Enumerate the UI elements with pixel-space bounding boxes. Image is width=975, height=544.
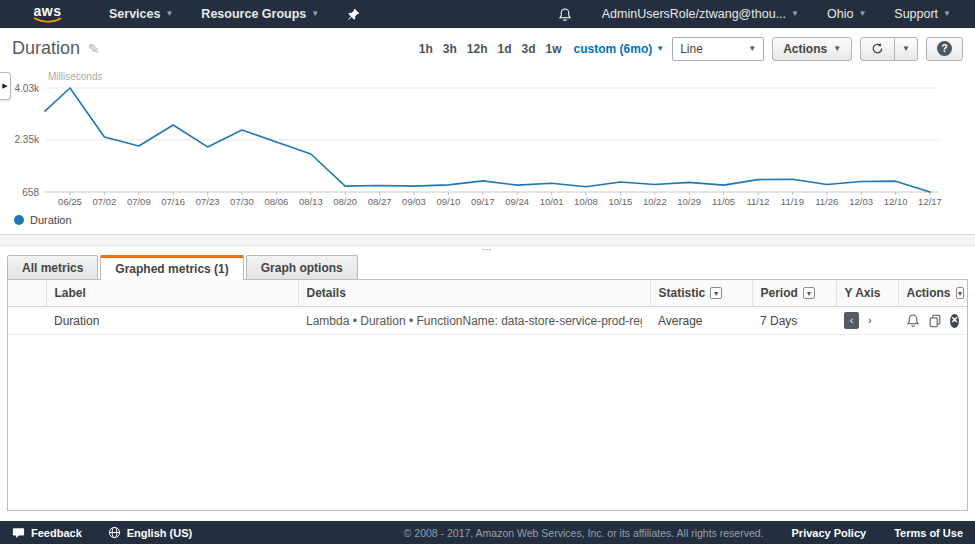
svg-text:08/13: 08/13 <box>299 196 323 207</box>
column-details: Details <box>298 280 650 307</box>
svg-text:12/10: 12/10 <box>884 196 908 207</box>
metric-label: Duration <box>54 314 99 328</box>
nav-region-menu[interactable]: Ohio ▼ <box>813 0 880 28</box>
column-label: Label <box>46 280 298 307</box>
svg-text:07/16: 07/16 <box>161 196 185 207</box>
tab-graph-options-label: Graph options <box>261 261 343 275</box>
actions-button[interactable]: Actions ▼ <box>772 37 852 61</box>
copy-icon <box>928 314 942 328</box>
svg-text:10/29: 10/29 <box>677 196 701 207</box>
svg-text:12/17: 12/17 <box>918 196 942 207</box>
period-dropdown-icon[interactable]: ▼ <box>803 287 815 299</box>
svg-text:08/06: 08/06 <box>265 196 289 207</box>
metric-row: Duration Lambda • Duration • FunctionNam… <box>8 307 967 335</box>
metric-statistic: Average <box>658 314 702 328</box>
graph-title-bar: Duration ✎ 1h 3h 12h 1d 3d 1w custom (6m… <box>0 28 975 64</box>
svg-text:2.35k: 2.35k <box>15 134 40 145</box>
custom-range-label: custom (6mo) <box>574 42 653 56</box>
metric-y-axis-cell: ‹ › <box>836 307 898 335</box>
expand-left-panel-button[interactable]: ▶ <box>0 72 11 100</box>
feedback-button[interactable]: Feedback <box>12 527 82 539</box>
y-axis-left-button[interactable]: ‹ <box>844 312 859 329</box>
svg-text:4.03k: 4.03k <box>15 83 40 94</box>
tab-all-metrics[interactable]: All metrics <box>7 255 98 279</box>
refresh-button[interactable] <box>860 37 895 61</box>
edit-title-icon[interactable]: ✎ <box>88 41 100 57</box>
column-details-text: Details <box>307 286 346 300</box>
svg-text:07/23: 07/23 <box>196 196 220 207</box>
svg-text:11/05: 11/05 <box>712 196 735 207</box>
graph-controls: 1h 3h 12h 1d 3d 1w custom (6mo) ▼ Line ▼… <box>419 37 963 61</box>
language-button[interactable]: English (US) <box>108 526 192 539</box>
panel-resize-handle[interactable]: ⋯ <box>0 246 975 254</box>
y-axis-right-button[interactable]: › <box>862 312 877 329</box>
terms-of-use-link[interactable]: Terms of Use <box>894 527 963 539</box>
column-y-axis-text: Y Axis <box>845 286 881 300</box>
svg-text:10/01: 10/01 <box>540 196 564 207</box>
chevron-down-icon: ▼ <box>748 45 756 53</box>
statistic-dropdown-icon[interactable]: ▼ <box>710 287 722 299</box>
footer-right-group: © 2008 - 2017, Amazon Web Services, Inc.… <box>404 527 963 539</box>
actions-label: Actions <box>783 42 827 56</box>
chevron-down-icon: ▼ <box>791 10 799 18</box>
svg-text:09/17: 09/17 <box>471 196 495 207</box>
bell-icon <box>558 7 572 22</box>
svg-text:08/20: 08/20 <box>333 196 357 207</box>
user-name: AdminUsersRole/ztwang@thou... <box>602 7 786 21</box>
region-name: Ohio <box>827 7 853 21</box>
time-range-3d[interactable]: 3d <box>522 42 536 56</box>
duration-line-chart[interactable]: 4.03k2.35k658Milliseconds06/2507/0207/09… <box>0 64 955 212</box>
refresh-split-button: ▼ <box>860 37 918 61</box>
duplicate-metric-button[interactable] <box>928 314 942 328</box>
remove-metric-button[interactable]: ✕ <box>950 314 959 328</box>
nav-resource-groups[interactable]: Resource Groups ▼ <box>187 0 333 28</box>
chart-section: ▶ 4.03k2.35k658Milliseconds06/2507/0207/… <box>0 64 975 226</box>
metrics-tabs: All metrics Graphed metrics (1) Graph op… <box>0 254 975 279</box>
metric-label-cell[interactable]: Duration <box>46 307 298 335</box>
support-label: Support <box>894 7 938 21</box>
time-range-1h[interactable]: 1h <box>419 42 433 56</box>
cloudwatch-metrics-page: aws Services ▼ Resource Groups ▼ <box>0 0 975 544</box>
tab-all-metrics-label: All metrics <box>22 261 83 275</box>
refresh-options-button[interactable]: ▼ <box>895 37 918 61</box>
svg-text:07/09: 07/09 <box>127 196 151 207</box>
metric-actions-cell: ✕ <box>898 307 967 335</box>
svg-text:11/19: 11/19 <box>781 196 804 207</box>
nav-support-menu[interactable]: Support ▼ <box>880 0 965 28</box>
feedback-bubble-icon <box>12 527 25 539</box>
chart-type-value: Line <box>680 42 703 56</box>
help-button[interactable]: ? <box>926 37 963 61</box>
time-range-1d[interactable]: 1d <box>497 42 511 56</box>
time-range-1w[interactable]: 1w <box>546 42 562 56</box>
metric-statistic-cell[interactable]: Average <box>650 307 752 335</box>
aws-logo[interactable]: aws <box>0 5 95 24</box>
svg-text:Milliseconds: Milliseconds <box>48 71 102 82</box>
chart-legend[interactable]: Duration <box>0 214 975 226</box>
nav-user-menu[interactable]: AdminUsersRole/ztwang@thou... ▼ <box>588 0 813 28</box>
nav-pinned-shortcut[interactable] <box>333 0 374 28</box>
table-header-row: Label Details Statistic▼ Period▼ Y Axis … <box>8 280 967 307</box>
nav-services[interactable]: Services ▼ <box>95 0 187 28</box>
chevron-down-icon: ▼ <box>165 10 173 18</box>
tab-graphed-metrics[interactable]: Graphed metrics (1) <box>100 255 243 280</box>
time-range-12h[interactable]: 12h <box>467 42 488 56</box>
feedback-label: Feedback <box>31 527 82 539</box>
notifications-button[interactable] <box>542 0 588 28</box>
metric-period-cell[interactable]: 7 Days <box>752 307 836 335</box>
column-period: Period▼ <box>752 280 836 307</box>
time-range-3h[interactable]: 3h <box>443 42 457 56</box>
privacy-policy-link[interactable]: Privacy Policy <box>792 527 867 539</box>
aws-logo-text: aws <box>34 5 62 17</box>
graph-title-text: Duration <box>12 38 80 59</box>
svg-text:09/24: 09/24 <box>505 196 529 207</box>
actions-dropdown-icon[interactable]: ▼ <box>956 287 965 299</box>
create-alarm-button[interactable] <box>906 313 920 328</box>
globe-icon <box>108 526 121 539</box>
tab-graph-options[interactable]: Graph options <box>246 255 358 279</box>
metric-details-cell: Lambda • Duration • FunctionName: data-s… <box>298 307 650 335</box>
chart-type-select[interactable]: Line ▼ <box>672 37 764 61</box>
svg-text:11/12: 11/12 <box>746 196 769 207</box>
custom-range-link[interactable]: custom (6mo) ▼ <box>574 42 665 56</box>
refresh-icon <box>871 42 884 55</box>
chevron-down-icon: ▼ <box>943 10 951 18</box>
